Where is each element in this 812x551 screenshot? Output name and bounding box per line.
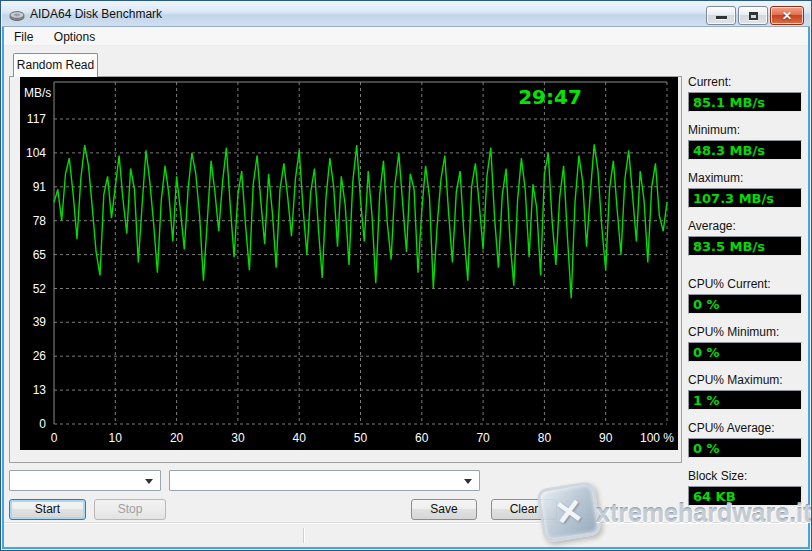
- benchmark-chart: 1171049178655239261300102030405060708090…: [20, 77, 678, 450]
- test-type-select[interactable]: Random Read: [9, 470, 161, 491]
- minimize-icon: [716, 16, 727, 19]
- window-title: AIDA64 Disk Benchmark: [30, 7, 162, 21]
- stat-maximum: Maximum: 107.3 MB/s: [688, 171, 802, 208]
- close-icon: ✕: [771, 9, 803, 23]
- stat-value: 0 %: [688, 294, 802, 314]
- stat-label: CPU% Current:: [688, 277, 802, 293]
- save-button[interactable]: Save: [411, 499, 477, 520]
- svg-text:10: 10: [109, 431, 123, 445]
- svg-text:80: 80: [538, 431, 552, 445]
- maximize-button[interactable]: [738, 6, 768, 25]
- menubar: File Options: [4, 27, 808, 46]
- stat-minimum: Minimum: 48.3 MB/s: [688, 123, 802, 160]
- close-button[interactable]: ✕: [770, 6, 804, 25]
- stat-value: 107.3 MB/s: [688, 188, 802, 208]
- stat-label: Minimum:: [688, 123, 802, 139]
- window-border-right: [808, 27, 810, 549]
- test-type-value: Random Read: [29, 488, 106, 491]
- stat-label: Maximum:: [688, 171, 802, 187]
- status-bar: [4, 522, 808, 547]
- stat-cpu-maximum: CPU% Maximum: 1 %: [688, 373, 802, 410]
- disk-icon: [9, 8, 25, 22]
- stat-average: Average: 83.5 MB/s: [688, 219, 802, 256]
- stat-label: Current:: [688, 75, 802, 91]
- svg-text:30: 30: [231, 431, 245, 445]
- svg-text:65: 65: [33, 248, 47, 262]
- svg-text:70: 70: [476, 431, 490, 445]
- svg-text:91: 91: [33, 180, 47, 194]
- stat-label: CPU% Average:: [688, 421, 802, 437]
- stat-label: Block Size:: [688, 469, 802, 485]
- stat-label: Average:: [688, 219, 802, 235]
- clear-button[interactable]: Clear: [491, 499, 557, 520]
- maximize-icon: [749, 12, 758, 20]
- svg-text:40: 40: [293, 431, 307, 445]
- stat-value: 0 %: [688, 342, 802, 362]
- stat-value: 85.1 MB/s: [688, 92, 802, 112]
- svg-text:117: 117: [27, 112, 46, 126]
- svg-text:60: 60: [415, 431, 429, 445]
- titlebar[interactable]: AIDA64 Disk Benchmark ✕: [2, 2, 810, 27]
- stat-value: 0 %: [688, 438, 802, 458]
- stat-current: Current: 85.1 MB/s: [688, 75, 802, 112]
- menu-file[interactable]: File: [6, 28, 41, 46]
- dropdown-arrow-icon: [464, 479, 472, 484]
- stat-label: CPU% Minimum:: [688, 325, 802, 341]
- stat-block-size: Block Size: 64 KB: [688, 469, 802, 506]
- svg-text:20: 20: [170, 431, 184, 445]
- app-window: AIDA64 Disk Benchmark ✕ File Options Ran…: [0, 0, 812, 551]
- svg-text:50: 50: [354, 431, 368, 445]
- stat-value: 1 %: [688, 390, 802, 410]
- chart-plot: 1171049178655239261300102030405060708090…: [20, 77, 678, 448]
- elapsed-timer: 29:47: [490, 85, 610, 109]
- drive-select[interactable]: Disk Drive #0 [SAMSUNG HD154UI] (1397.3 …: [169, 470, 480, 491]
- stop-button[interactable]: Stop: [94, 499, 166, 520]
- svg-text:26: 26: [33, 349, 47, 363]
- svg-text:100 %: 100 %: [640, 431, 674, 445]
- svg-text:52: 52: [33, 282, 47, 296]
- stat-cpu-current: CPU% Current: 0 %: [688, 277, 802, 314]
- svg-text:90: 90: [599, 431, 613, 445]
- menu-options[interactable]: Options: [46, 28, 103, 46]
- stat-value: 48.3 MB/s: [688, 140, 802, 160]
- svg-text:13: 13: [33, 383, 47, 397]
- stat-value: 64 KB: [688, 486, 802, 506]
- stat-label: CPU% Maximum:: [688, 373, 802, 389]
- stat-cpu-average: CPU% Average: 0 %: [688, 421, 802, 458]
- minimize-button[interactable]: [706, 6, 736, 25]
- svg-text:0: 0: [51, 431, 58, 445]
- window-border-left: [2, 27, 4, 549]
- svg-text:39: 39: [33, 315, 47, 329]
- svg-text:MB/s: MB/s: [24, 86, 51, 100]
- svg-text:78: 78: [33, 214, 47, 228]
- tab-random-read[interactable]: Random Read: [13, 53, 98, 77]
- svg-text:0: 0: [39, 417, 46, 431]
- dropdown-arrow-icon: [145, 479, 153, 484]
- stat-cpu-minimum: CPU% Minimum: 0 %: [688, 325, 802, 362]
- caption-buttons: ✕: [706, 6, 804, 25]
- stat-value: 83.5 MB/s: [688, 236, 802, 256]
- svg-text:104: 104: [26, 146, 46, 160]
- status-bar-divider: [303, 528, 304, 543]
- drive-value: Disk Drive #0 [SAMSUNG HD154UI] (1397.3 …: [189, 488, 459, 491]
- start-button[interactable]: Start: [9, 499, 86, 520]
